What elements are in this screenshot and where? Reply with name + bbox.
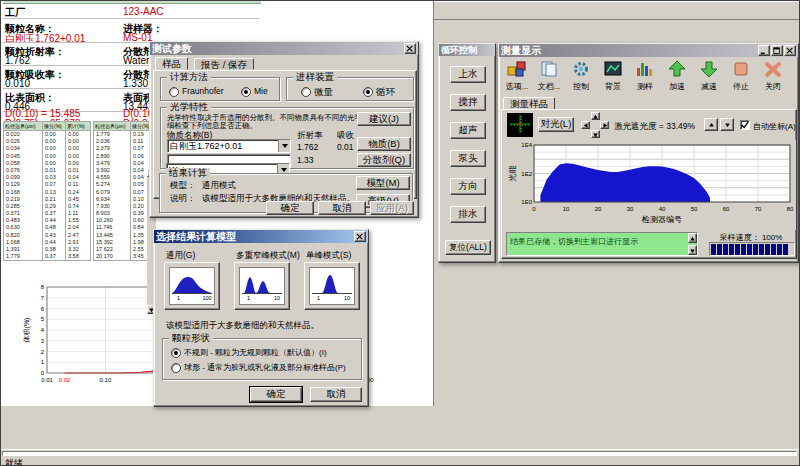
table-cell: 0.00 [66,138,90,145]
dispersant-button[interactable]: 分散剂(Q) [357,153,411,167]
decelerate-button[interactable]: 减速 [693,59,725,95]
closewin-button[interactable]: 关闭 [757,59,789,95]
circulation-titlebar: 循环控制 [439,44,495,56]
general-model-button[interactable]: 1100 [164,262,220,310]
stop-icon [731,60,751,80]
progress-segment [717,244,722,255]
tab-report-save[interactable]: 报告 / 保存 [194,58,254,70]
table-cell: 0.076 [4,167,42,174]
table-cell: 15.392 [94,239,130,246]
fraunhofer-radio[interactable] [169,87,179,97]
table-cell: 0.74 [66,203,90,210]
table-cell: 1.55 [66,217,90,224]
gain-down-button[interactable] [720,118,734,131]
beam-up-button[interactable] [591,112,600,120]
model-button[interactable]: 模型(M) [356,176,410,190]
status-scroll-down-button[interactable] [688,245,697,255]
table-cell: 0.371 [4,210,42,217]
table-cell: 20.170 [94,253,130,260]
table-cell: 2.04 [66,224,90,231]
optics-legend: 光学特性 [167,102,211,112]
dropdown-arrow-icon[interactable] [278,140,290,152]
align-light-button[interactable]: 对光(L) [538,117,574,132]
model-dialog-close-button[interactable] [354,231,366,242]
table-cell: 0.058 [4,160,42,167]
circulation-button-5[interactable]: 方向 [450,178,486,195]
sample-button[interactable]: 测样 [629,59,661,95]
statusbar: 就绪 [1,449,799,466]
circulation-button-1[interactable]: 上水 [450,66,486,83]
right-arrow-icon [602,120,608,131]
reset-all-button[interactable]: 复位(ALL) [445,240,491,255]
feed-device-legend: 进样装置 [293,72,337,82]
suggest-button[interactable]: 建议(J) [357,112,411,126]
test-ok-button[interactable]: 确定 [266,201,314,215]
table-cell: 6.934 [94,196,130,203]
table-cell: 0.034 [4,145,42,152]
test-dialog-close-button[interactable] [404,43,416,54]
irregular-radio[interactable] [171,348,181,358]
feed-device-group: 进样装置 微量 循环 [286,77,414,101]
select-model-dialog: 选择结果计算模型 通用(G)1100多重窄峰模式(M)110单峰模式(S)110… [153,229,369,407]
progress-segment [729,244,734,255]
beam-position-pad [581,112,609,138]
svg-text:1E2: 1E2 [521,171,532,177]
table-cell: 2.91 [66,239,90,246]
stop-button[interactable]: 停止 [725,59,757,95]
table-cell: 0.45 [66,196,90,203]
test-apply-button: 应用(A) [370,201,414,215]
beam-down-button[interactable] [591,130,600,138]
options-button[interactable]: 选项... [501,59,533,95]
description-label: 说明： [170,193,196,205]
crosshair-icon [507,125,533,137]
circulation-button-4[interactable]: 泵头 [450,150,486,167]
table-cell: 4.559 [94,174,130,181]
table-cell: 17.622 [94,246,130,253]
table-cell: 0.099 [4,174,42,181]
substance-button[interactable]: 物质(B) [357,137,411,151]
table-cell: 2.47 [66,232,90,239]
beam-right-button[interactable] [600,121,609,129]
auto-axis-checkbox[interactable] [740,120,750,130]
measurement-close-button[interactable] [784,45,796,56]
table-cell: 0.483 [4,217,42,224]
table-column: 粒径边界(μm)0.0200.0260.0340.0450.0580.0760.… [3,121,43,261]
measurement-titlebar: 测量显示 [499,44,798,57]
fraunhofer-label: Fraunhofer [182,86,224,96]
progress-segment [741,244,746,255]
toolbar-button-label: 控制 [573,81,589,92]
table-cell: 0.00 [66,131,90,138]
model-cancel-button[interactable]: 取消 [310,387,362,402]
substance-combobox[interactable]: 白刚玉1.762+0.01 [167,139,291,153]
gain-up-button[interactable] [704,118,718,131]
svg-text:1E0: 1E0 [521,199,532,205]
circulation-button-3[interactable]: 超声 [450,122,486,139]
circulation-button-2[interactable]: 搅拌 [450,94,486,111]
background-button[interactable]: 背景 [597,59,629,95]
single-model-button[interactable]: 110 [304,262,360,310]
test-cancel-button[interactable]: 取消 [318,201,366,215]
tab-sample[interactable]: 样品 [155,57,188,70]
circulation-button-6[interactable]: 排水 [450,206,486,223]
application-window: LisiGsl - [report1] 文件(F)编辑(E)视图(V)测量(M)… [0,0,800,466]
multi-model-button[interactable]: 110 [234,262,290,310]
toolbar-button-label: 加速 [669,81,685,92]
accelerate-button[interactable]: 加速 [661,59,693,95]
spherical-radio[interactable] [171,363,181,373]
circulate-radio[interactable] [363,87,373,97]
model-ok-button[interactable]: 确定 [250,387,302,402]
progress-segment [771,244,776,255]
measurement-minimize-button[interactable] [758,45,770,56]
beam-left-button[interactable] [581,121,590,129]
table-cell: 3.58 [66,253,90,260]
micro-radio[interactable] [301,87,311,97]
status-scroll-up-button[interactable] [688,233,697,243]
document-button[interactable]: 文档... [533,59,565,95]
svg-text:0.10: 0.10 [100,377,112,383]
table-cell: 0.01 [66,167,90,174]
table-cell: 0.01 [43,167,65,174]
control-button[interactable]: 控制 [565,59,597,95]
mie-radio[interactable] [241,87,251,97]
general-model-thumbnail: 1100 [169,267,215,305]
measurement-maximize-button[interactable] [771,45,783,56]
